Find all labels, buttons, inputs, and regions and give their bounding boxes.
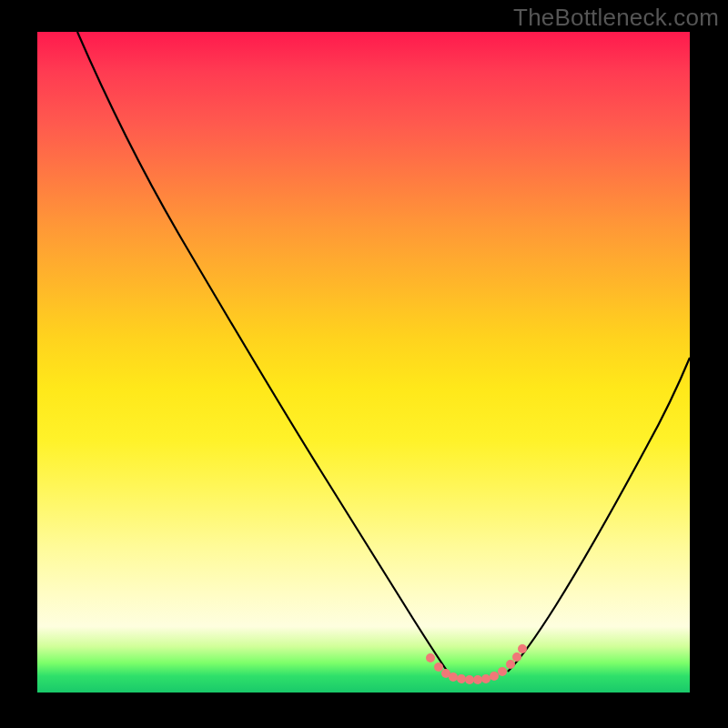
dot — [518, 644, 527, 653]
dot — [512, 652, 521, 662]
chart-container: TheBottleneck.com — [0, 0, 728, 728]
dot — [426, 653, 435, 662]
curve-right-branch — [508, 358, 690, 672]
dot — [481, 674, 490, 683]
dot — [449, 672, 458, 682]
dot — [498, 667, 507, 676]
plot-area — [37, 32, 690, 693]
dot — [490, 672, 499, 681]
dot — [506, 660, 515, 669]
optimal-band-dots — [426, 644, 527, 684]
dot — [434, 662, 443, 672]
dot — [473, 675, 482, 684]
dot — [465, 675, 474, 684]
dot — [457, 674, 466, 683]
curve-left-branch — [77, 32, 450, 674]
watermark-text: TheBottleneck.com — [513, 4, 719, 32]
curve-overlay — [37, 32, 690, 693]
